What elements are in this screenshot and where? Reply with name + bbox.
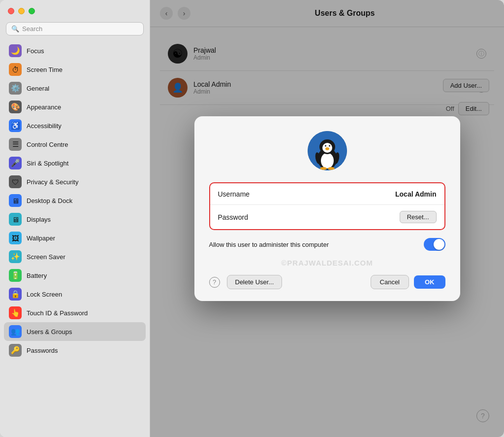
admin-toggle[interactable] [424,238,445,251]
sidebar-item-lock-screen[interactable]: 🔒 Lock Screen [4,285,146,303]
admin-toggle-row: Allow this user to administer this compu… [209,238,445,259]
sidebar-item-accessibility[interactable]: ♿ Accessibility [4,116,146,135]
penguin-avatar-image [308,131,347,170]
svg-point-9 [325,147,329,150]
cancel-button[interactable]: Cancel [371,275,409,289]
toggle-knob [434,239,444,250]
displays-icon: 🖥 [9,213,22,226]
minimize-button[interactable] [18,8,25,14]
battery-icon: 🔋 [9,269,22,282]
search-container: 🔍 Search [0,19,150,40]
lock-screen-icon: 🔒 [9,288,22,301]
sidebar-item-battery[interactable]: 🔋 Battery [4,266,146,285]
modal-avatar-container [209,131,445,170]
sidebar-item-displays[interactable]: 🖥 Displays [4,210,146,229]
touch-id-icon: 👆 [9,306,22,319]
sidebar-item-control-centre[interactable]: ☰ Control Centre [4,135,146,154]
sidebar-item-label: Accessibility [27,122,62,130]
form-card: Username Local Admin Password Reset... [209,182,445,230]
screen-saver-icon: ✨ [9,250,22,263]
search-icon: 🔍 [11,25,19,33]
users-groups-icon: 👥 [9,325,22,338]
sidebar-item-general[interactable]: ⚙️ General [4,79,146,98]
sidebar-item-label: Desktop & Dock [27,197,72,204]
sidebar-item-privacy[interactable]: 🛡 Privacy & Security [4,172,146,191]
sidebar-item-label: Appearance [27,103,61,111]
sidebar-item-label: Control Centre [27,141,68,148]
sidebar-item-wallpaper[interactable]: 🖼 Wallpaper [4,229,146,247]
sidebar-item-users-groups[interactable]: 👥 Users & Groups [4,322,146,341]
svg-point-11 [328,167,335,170]
sidebar-item-label: Displays [27,216,51,223]
privacy-icon: 🛡 [9,175,22,188]
modal-backdrop: Username Local Admin Password Reset... A… [150,0,504,437]
control-centre-icon: ☰ [9,138,22,151]
svg-point-10 [320,167,327,170]
modal-help-button[interactable]: ? [209,277,220,288]
password-row: Password Reset... [210,205,444,229]
search-input[interactable]: Search [22,25,42,33]
sidebar-item-label: Focus [27,47,44,55]
username-value: Local Admin [395,190,437,198]
password-label: Password [218,213,400,221]
screen-time-icon: ⏱ [9,63,22,76]
watermark: ©PRAJWALDESAI.COM [209,259,445,267]
traffic-lights [0,0,150,19]
sidebar-item-touch-id[interactable]: 👆 Touch ID & Password [4,303,146,322]
username-label: Username [218,190,396,198]
sidebar-item-passwords[interactable]: 🔑 Passwords [4,341,146,360]
ok-button[interactable]: OK [414,275,445,289]
sidebar-item-desktop[interactable]: 🖥 Desktop & Dock [4,191,146,210]
close-button[interactable] [8,8,14,14]
svg-point-2 [321,153,334,168]
passwords-icon: 🔑 [9,344,22,357]
focus-icon: 🌙 [9,44,22,57]
sidebar-item-label: Touch ID & Password [27,309,88,317]
username-row: Username Local Admin [210,183,444,205]
reset-password-button[interactable]: Reset... [400,211,437,223]
sidebar-item-label: Lock Screen [27,291,62,298]
sidebar-item-focus[interactable]: 🌙 Focus [4,41,146,60]
sidebar-item-label: Siri & Spotlight [27,160,68,167]
wallpaper-icon: 🖼 [9,232,22,244]
sidebar: 🔍 Search 🌙 Focus ⏱ Screen Time ⚙️ Genera… [0,0,150,437]
sidebar-item-label: Battery [27,272,47,279]
svg-point-7 [325,145,326,147]
modal-dialog: Username Local Admin Password Reset... A… [194,116,460,301]
sidebar-item-label: Screen Saver [27,253,65,261]
sidebar-item-label: Screen Time [27,66,63,73]
sidebar-item-label: Passwords [27,347,58,354]
modal-buttons: ? Delete User... Cancel OK [209,275,445,289]
desktop-icon: 🖥 [9,194,22,207]
accessibility-icon: ♿ [9,119,22,132]
sidebar-item-label: Users & Groups [27,328,72,336]
siri-icon: 🎤 [9,157,22,169]
modal-avatar [308,131,347,170]
admin-toggle-label: Allow this user to administer this compu… [209,241,418,248]
sidebar-section: 🌙 Focus ⏱ Screen Time ⚙️ General 🎨 Appea… [0,40,150,361]
delete-user-button[interactable]: Delete User... [227,275,283,289]
sidebar-item-label: General [27,85,49,92]
sidebar-item-label: Wallpaper [27,235,55,242]
sidebar-item-label: Privacy & Security [27,178,78,186]
general-icon: ⚙️ [9,82,22,95]
sidebar-item-screen-time[interactable]: ⏱ Screen Time [4,60,146,79]
appearance-icon: 🎨 [9,101,22,113]
main-window: 🔍 Search 🌙 Focus ⏱ Screen Time ⚙️ Genera… [0,0,504,437]
maximize-button[interactable] [29,8,35,14]
content-area: ‹ › Users & Groups ☯ Prajwal Admin ⓘ 👤 L… [150,0,504,437]
sidebar-item-siri[interactable]: 🎤 Siri & Spotlight [4,154,146,172]
svg-point-8 [329,145,330,147]
sidebar-item-appearance[interactable]: 🎨 Appearance [4,98,146,116]
sidebar-item-screen-saver[interactable]: ✨ Screen Saver [4,247,146,266]
search-box[interactable]: 🔍 Search [6,22,144,35]
